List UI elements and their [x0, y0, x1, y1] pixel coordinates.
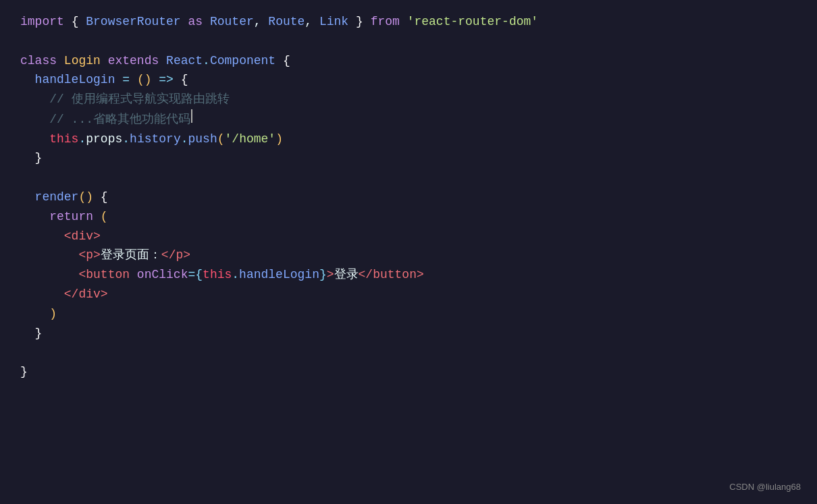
code-line-2: [20, 32, 797, 51]
code-line-16: ): [20, 304, 797, 324]
code-line-7: this.props.history.push('/home'): [20, 130, 797, 149]
code-line-6: // ...省略其他功能代码: [20, 109, 797, 130]
text-cursor: [191, 109, 192, 123]
code-line-3: class Login extends React.Component {: [20, 51, 797, 71]
code-line-9: [20, 168, 797, 188]
code-line-13: <p>登录页面：</p>: [20, 246, 797, 265]
code-editor: import { BrowserRouter as Router, Route,…: [0, 0, 817, 504]
code-line-19: }: [20, 362, 797, 382]
code-line-11: return (: [20, 207, 797, 227]
code-line-1: import { BrowserRouter as Router, Route,…: [20, 12, 797, 32]
code-line-15: </div>: [20, 285, 797, 304]
keyword-import: import: [20, 12, 64, 32]
code-line-14: <button onClick={this.handleLogin}>登录</b…: [20, 265, 797, 285]
code-line-8: }: [20, 148, 797, 168]
code-line-4: handleLogin = () => {: [20, 70, 797, 90]
code-line-17: }: [20, 324, 797, 343]
code-line-5: // 使用编程式导航实现路由跳转: [20, 90, 797, 109]
code-line-10: render() {: [20, 188, 797, 207]
code-line-12: <div>: [20, 227, 797, 246]
watermark: CSDN @liulang68: [729, 480, 801, 495]
code-line-18: [20, 343, 797, 362]
